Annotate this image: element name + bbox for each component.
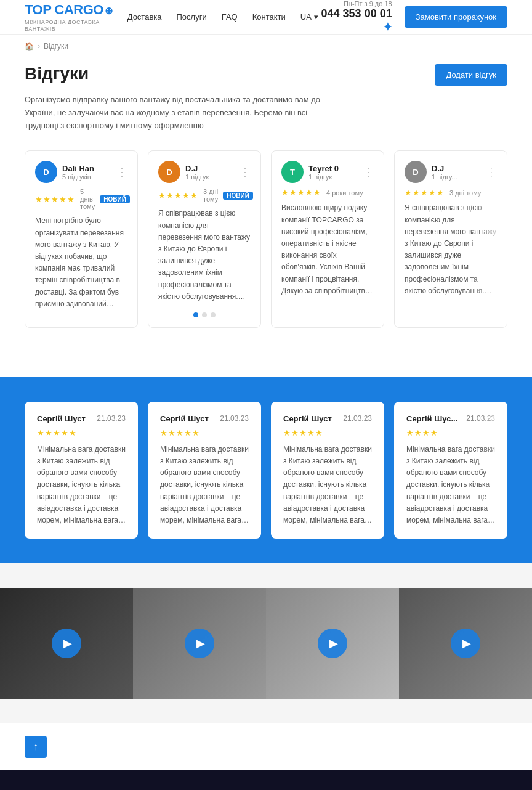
videos-row: ▶ ▶ ▶ ▶ bbox=[0, 588, 532, 699]
logo-text: TOP CARGO⊕ bbox=[25, 2, 127, 18]
video-thumb[interactable]: ▶ bbox=[399, 588, 532, 699]
author-reviews: 1 відгук bbox=[185, 173, 209, 181]
review-author: D D.J 1 відгу... bbox=[405, 161, 457, 183]
review-meta: ★★★★★ 5 днів тому НОВИЙ bbox=[35, 188, 127, 210]
time-ago: 5 днів тому bbox=[80, 188, 95, 210]
author-reviews: 1 відгу... bbox=[432, 173, 457, 181]
logo[interactable]: TOP CARGO⊕ МІЖНАРОДНА ДОСТАВКА ВАНТАЖІВ bbox=[25, 2, 127, 33]
blue-reviews-section: Сергій Шуст 21.03.23 ★★★★★ Мінімальна ва… bbox=[0, 377, 532, 563]
header-right: Пн-Пт з 9 до 18 044 353 00 01 ✦ Замовити… bbox=[318, 0, 507, 34]
time-ago: 3 дні тому bbox=[203, 188, 218, 203]
stars: ★★★★★ bbox=[158, 191, 198, 200]
avatar: D bbox=[158, 161, 180, 183]
review-meta: ★★★★★ 3 дні тому НОВИЙ bbox=[158, 188, 251, 203]
header: TOP CARGO⊕ МІЖНАРОДНА ДОСТАВКА ВАНТАЖІВ … bbox=[0, 0, 532, 35]
scroll-top-area: ↑ bbox=[0, 723, 532, 770]
breadcrumb-current: Відгуки bbox=[44, 42, 68, 51]
time-ago: 4 роки тому bbox=[326, 189, 363, 197]
title-row: Відгуки Організуємо відправку вашого ван… bbox=[25, 64, 507, 132]
blue-card-author: Сергій Шуст bbox=[37, 414, 86, 423]
author-reviews: 1 відгук bbox=[308, 173, 339, 181]
review-menu-button[interactable]: ⋮ bbox=[363, 165, 374, 179]
review-menu-button[interactable]: ⋮ bbox=[116, 165, 127, 179]
avatar: T bbox=[281, 161, 304, 183]
review-card-header: D D.J 1 відгук ⋮ bbox=[158, 161, 251, 183]
breadcrumb: 🏠 › Відгуки bbox=[0, 35, 532, 58]
play-icon: ▶ bbox=[462, 637, 471, 650]
play-button[interactable]: ▶ bbox=[451, 629, 480, 658]
blue-card-date: 21.03.23 bbox=[220, 414, 249, 423]
review-card: D D.J 1 відгук ⋮ ★★★★★ 3 дні тому НОВИЙ … bbox=[148, 150, 261, 328]
stars: ★★★★★ bbox=[281, 188, 321, 197]
play-icon: ▶ bbox=[196, 637, 205, 650]
scroll-top-button[interactable]: ↑ bbox=[25, 736, 47, 758]
dot[interactable] bbox=[202, 312, 207, 317]
play-button[interactable]: ▶ bbox=[52, 629, 81, 658]
play-button[interactable]: ▶ bbox=[318, 629, 347, 658]
avatar: D bbox=[405, 161, 427, 183]
blue-card-text: Мінімальна вага доставки з Китаю залежит… bbox=[283, 444, 372, 526]
author-name: D.J bbox=[185, 164, 209, 173]
review-card-header: D Dali Han 5 відгуків ⋮ bbox=[35, 161, 127, 183]
review-card-header: T Teyret 0 1 відгук ⋮ bbox=[281, 161, 374, 183]
page-content: Відгуки Організуємо відправку вашого ван… bbox=[0, 58, 532, 352]
nav-delivery[interactable]: Доставка bbox=[127, 12, 162, 22]
blue-card-text: Мінімальна вага доставки з Китаю залежит… bbox=[406, 444, 495, 526]
blue-card-header: Сергій Шуст 21.03.23 bbox=[283, 414, 372, 423]
blue-card-text: Мінімальна вага доставки з Китаю залежит… bbox=[37, 444, 126, 526]
add-review-button[interactable]: Додати відгук bbox=[435, 64, 507, 86]
review-author: T Teyret 0 1 відгук bbox=[281, 161, 339, 183]
home-icon[interactable]: 🏠 bbox=[25, 42, 34, 51]
new-badge: НОВИЙ bbox=[223, 192, 253, 200]
chevron-down-icon: ▾ bbox=[314, 12, 318, 22]
play-icon: ▶ bbox=[329, 637, 338, 650]
dot[interactable] bbox=[211, 312, 216, 317]
blue-card-author: Сергій Шуст bbox=[283, 414, 332, 423]
review-meta: ★★★★★ 4 роки тому bbox=[281, 188, 374, 197]
reviews-row: D Dali Han 5 відгуків ⋮ ★★★★★ 5 днів том… bbox=[25, 150, 507, 328]
video-thumb[interactable]: ▶ bbox=[266, 588, 399, 699]
play-button[interactable]: ▶ bbox=[185, 629, 214, 658]
nav-faq[interactable]: FAQ bbox=[222, 12, 238, 22]
blue-card: Сергій Шуст 21.03.23 ★★★★★ Мінімальна ва… bbox=[25, 402, 138, 539]
phone-area: Пн-Пт з 9 до 18 044 353 00 01 ✦ bbox=[318, 0, 392, 34]
blue-card-date: 21.03.23 bbox=[343, 414, 372, 423]
blue-card-author: Сергій Шуст bbox=[160, 414, 209, 423]
language-selector[interactable]: UA ▾ bbox=[300, 12, 318, 22]
new-badge: НОВИЙ bbox=[100, 195, 130, 203]
page-description: Організуємо відправку вашого вантажу від… bbox=[25, 94, 332, 132]
video-thumb[interactable]: ▶ bbox=[0, 588, 133, 699]
avatar: D bbox=[35, 161, 57, 183]
blue-card-header: Сергій Шуст 21.03.23 bbox=[160, 414, 249, 423]
review-card: T Teyret 0 1 відгук ⋮ ★★★★★ 4 роки тому … bbox=[271, 150, 384, 328]
nav-contacts[interactable]: Контакти bbox=[252, 12, 286, 22]
phone-number: 044 353 00 01 ✦ bbox=[318, 7, 392, 34]
blue-card: Сергій Шус... 21.03.23 ★★★★ Мінімальна в… bbox=[394, 402, 507, 539]
carousel-dots bbox=[158, 312, 251, 317]
author-name: D.J bbox=[432, 164, 457, 173]
stars: ★★★★★ bbox=[283, 428, 372, 438]
review-text: Я співпрацював з цією компанією для пере… bbox=[158, 208, 251, 303]
review-card: D D.J 1 відгу... ⋮ ★★★★★ 3 дні тому Я сп… bbox=[394, 150, 507, 328]
review-menu-button[interactable]: ⋮ bbox=[240, 165, 251, 179]
author-reviews: 5 відгуків bbox=[62, 173, 94, 181]
blue-cards-row: Сергій Шуст 21.03.23 ★★★★★ Мінімальна ва… bbox=[25, 402, 507, 539]
cta-button[interactable]: Замовити прорахунок bbox=[405, 6, 507, 28]
dot[interactable] bbox=[193, 312, 198, 317]
author-name: Teyret 0 bbox=[308, 164, 339, 173]
blue-card-header: Сергій Шуст 21.03.23 bbox=[37, 414, 126, 423]
stars: ★★★★★ bbox=[160, 428, 249, 438]
video-thumb[interactable]: ▶ bbox=[133, 588, 266, 699]
logo-icon: ⊕ bbox=[105, 6, 113, 16]
review-card: D Dali Han 5 відгуків ⋮ ★★★★★ 5 днів том… bbox=[25, 150, 138, 328]
nav-services[interactable]: Послуги bbox=[177, 12, 207, 22]
blue-card-date: 21.03.23 bbox=[97, 414, 126, 423]
review-text: Мені потрібно було організувати перевезе… bbox=[35, 215, 127, 310]
blue-card-text: Мінімальна вага доставки з Китаю залежит… bbox=[160, 444, 249, 526]
stars: ★★★★★ bbox=[37, 428, 126, 438]
logo-subtitle: МІЖНАРОДНА ДОСТАВКА ВАНТАЖІВ bbox=[25, 19, 127, 33]
stars: ★★★★★ bbox=[35, 195, 75, 204]
phone-hours: Пн-Пт з 9 до 18 bbox=[318, 0, 392, 7]
footer: TOP CARGO⊕ МІЖНАРОДНА ДОСТАВКА ВАНТАЖІВ … bbox=[0, 770, 532, 790]
review-author: D Dali Han 5 відгуків bbox=[35, 161, 94, 183]
